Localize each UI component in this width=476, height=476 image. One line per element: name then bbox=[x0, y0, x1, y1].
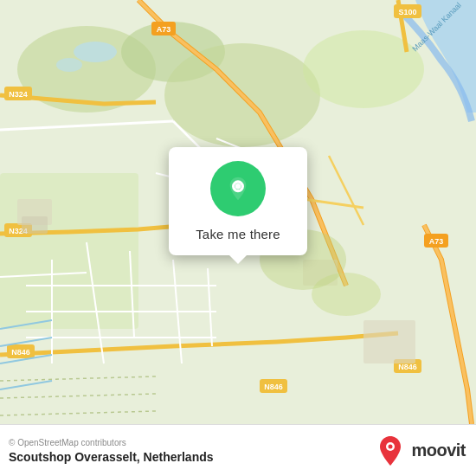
svg-rect-4 bbox=[0, 173, 138, 329]
location-popup: Take me there bbox=[169, 147, 307, 255]
svg-text:S100: S100 bbox=[398, 8, 416, 16]
svg-point-55 bbox=[235, 183, 241, 190]
svg-point-57 bbox=[389, 444, 393, 448]
svg-point-8 bbox=[56, 58, 82, 72]
svg-text:A73: A73 bbox=[157, 25, 171, 34]
map-container: Maas-Waal Kanaal A73 A73 N324 N324 S100 bbox=[0, 0, 476, 424]
svg-text:N846: N846 bbox=[398, 363, 417, 371]
svg-text:A73: A73 bbox=[429, 237, 444, 246]
svg-text:N846: N846 bbox=[264, 383, 283, 391]
svg-point-53 bbox=[312, 273, 381, 316]
location-pin-icon bbox=[224, 175, 252, 203]
copyright-text: © OpenStreetMap contributors bbox=[9, 438, 214, 447]
moovit-logo: moovit bbox=[376, 434, 466, 467]
moovit-pin-icon bbox=[376, 434, 404, 467]
svg-rect-49 bbox=[22, 216, 48, 234]
take-me-there-button[interactable]: Take me there bbox=[196, 225, 280, 243]
footer-bar: © OpenStreetMap contributors Scoutshop O… bbox=[0, 424, 476, 476]
footer-info: © OpenStreetMap contributors Scoutshop O… bbox=[9, 438, 214, 464]
location-name: Scoutshop Overasselt, Netherlands bbox=[9, 450, 214, 464]
moovit-brand-text: moovit bbox=[411, 441, 466, 460]
svg-text:N324: N324 bbox=[9, 90, 28, 99]
svg-rect-50 bbox=[363, 320, 415, 363]
svg-text:N846: N846 bbox=[11, 348, 30, 357]
pin-background bbox=[210, 161, 266, 216]
svg-point-7 bbox=[74, 42, 117, 62]
